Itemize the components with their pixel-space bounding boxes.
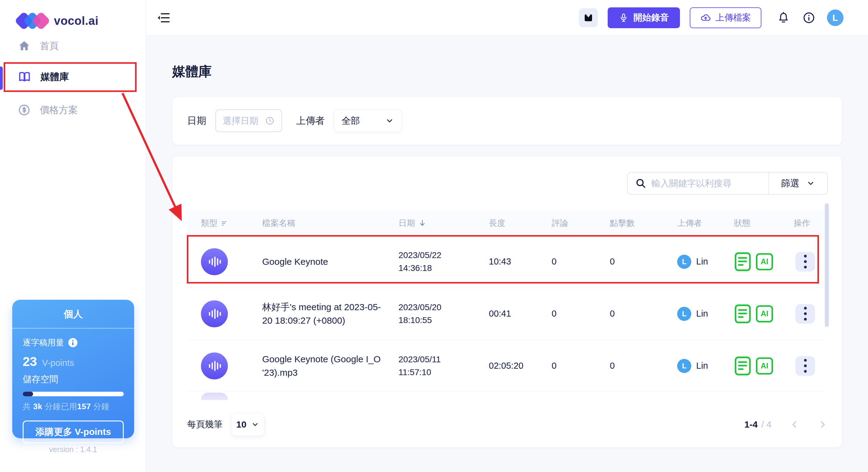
file-length: 02:05:20 <box>489 361 552 371</box>
chevron-left-icon <box>789 419 800 430</box>
arrow-down-icon <box>418 219 427 228</box>
file-name: Google Keynote <box>262 255 388 268</box>
start-recording-button[interactable]: 開始錄音 <box>608 7 680 28</box>
column-header-status: 狀態 <box>734 217 794 229</box>
uploader-name: Lin <box>696 361 708 371</box>
column-header-filename: 檔案名稱 <box>262 217 399 229</box>
per-page-select[interactable]: 10 <box>231 413 264 436</box>
comment-count: 0 <box>552 361 610 371</box>
topbar: 開始錄音 上傳檔案 <box>146 0 868 35</box>
uploader-filter-label: 上傳者 <box>296 114 325 127</box>
dollar-icon <box>18 104 31 116</box>
pagination-prev-button[interactable] <box>789 419 800 430</box>
uploader-cell: L Lin <box>677 307 734 321</box>
row-actions-kebab-button[interactable] <box>796 304 815 324</box>
status-cell: AI <box>734 252 794 271</box>
microphone-icon <box>619 13 628 23</box>
partial-next-row-icon <box>201 393 228 400</box>
plan-card: 個人 逐字稿用量 23 V-points 儲存空間 共 3k 分鐘已用157 分… <box>12 300 134 438</box>
ai-icon[interactable]: AI <box>756 305 773 322</box>
comment-count: 0 <box>552 308 610 319</box>
filter-dropdown-label: 篩選 <box>781 177 799 190</box>
sidebar-item-media-library[interactable]: 媒體庫 <box>18 70 69 84</box>
row-actions-kebab-button[interactable] <box>796 252 815 271</box>
cloud-upload-icon <box>700 12 711 23</box>
storage-caption: 共 3k 分鐘已用157 分鐘 <box>23 401 124 412</box>
file-date: 2023/05/2214:36:18 <box>399 249 489 275</box>
table-row[interactable]: Google Keynote (Google I_O '23).mp3 2023… <box>187 340 824 392</box>
click-count: 0 <box>610 308 677 319</box>
help-info-button[interactable] <box>802 11 815 24</box>
comment-count: 0 <box>552 257 610 267</box>
bell-icon <box>777 11 790 25</box>
ai-icon[interactable]: AI <box>756 253 773 270</box>
date-picker-field[interactable] <box>215 110 282 132</box>
column-header-uploader: 上傳者 <box>677 217 734 229</box>
table-header-row: 類型 檔案名稱 日期 長度 評論 點擊數 上傳者 狀態 操作 <box>187 211 824 236</box>
pagination-next-button[interactable] <box>817 419 828 430</box>
storage-label: 儲存空間 <box>23 373 124 386</box>
sort-icon <box>220 219 228 227</box>
click-count: 0 <box>610 257 677 267</box>
book-icon <box>18 70 31 84</box>
sidebar-item-label: 媒體庫 <box>40 70 69 83</box>
user-avatar[interactable]: L <box>827 9 843 26</box>
date-picker-input[interactable] <box>223 116 262 126</box>
brand-logo-icon <box>17 14 48 28</box>
column-header-date[interactable]: 日期 <box>399 217 489 229</box>
file-date: 2023/05/1111:57:10 <box>399 353 489 379</box>
status-cell: AI <box>734 304 794 324</box>
file-length: 10:43 <box>489 257 552 267</box>
sidebar-item-pricing[interactable]: 價格方案 <box>18 104 78 116</box>
uploader-name: Lin <box>696 308 708 319</box>
sidebar-item-label: 首頁 <box>40 39 59 52</box>
uploader-filter-select[interactable]: 全部 <box>334 110 402 132</box>
brand-logo[interactable]: vocol.ai <box>17 14 99 28</box>
sidebar-item-home[interactable]: 首頁 <box>18 39 59 52</box>
start-recording-label: 開始錄音 <box>633 12 669 24</box>
app-window: vocol.ai 首頁 媒體庫 價格方案 個人 <box>0 0 868 472</box>
filter-dropdown[interactable]: 篩選 <box>769 177 827 190</box>
usage-info-icon[interactable] <box>68 338 78 347</box>
audio-waveform-icon <box>201 352 228 379</box>
table-scrollbar-thumb[interactable] <box>825 203 829 327</box>
points-unit: V-points <box>42 358 74 368</box>
page-title: 媒體庫 <box>172 63 212 81</box>
transcript-icon[interactable] <box>734 304 752 324</box>
search-input[interactable] <box>651 178 769 188</box>
row-actions-kebab-button[interactable] <box>796 356 815 376</box>
points-value: 23 <box>23 354 37 369</box>
uploader-name: Lin <box>696 257 708 267</box>
notifications-button[interactable] <box>777 11 790 25</box>
table-row[interactable]: Google Keynote 2023/05/2214:36:18 10:43 … <box>187 236 824 288</box>
sidebar-active-indicator <box>0 66 3 90</box>
table-row[interactable]: 林好手's meeting at 2023-05-20 18:09:27 (+0… <box>187 288 824 340</box>
upload-file-label: 上傳檔案 <box>715 12 751 24</box>
chevron-down-icon <box>806 179 815 188</box>
file-name: 林好手's meeting at 2023-05-20 18:09:27 (+0… <box>262 300 388 327</box>
transcript-icon[interactable] <box>734 252 752 271</box>
plan-divider <box>12 328 134 329</box>
audio-waveform-icon <box>201 248 228 275</box>
status-cell: AI <box>734 356 794 376</box>
uploader-avatar: L <box>677 255 691 269</box>
info-icon <box>802 11 815 24</box>
sidebar: vocol.ai 首頁 媒體庫 價格方案 個人 <box>0 0 146 472</box>
chevron-right-icon <box>817 419 828 430</box>
collapse-sidebar-button[interactable] <box>156 10 172 26</box>
media-table-card: 篩選 類型 檔案名稱 日期 長度 評論 點擊數 <box>172 156 842 447</box>
buy-vpoints-button[interactable]: 添購更多 V-points <box>23 420 124 443</box>
inbox-tray-icon <box>583 12 594 23</box>
usage-label: 逐字稿用量 <box>23 337 64 348</box>
column-header-type[interactable]: 類型 <box>201 217 262 229</box>
chevron-down-icon <box>251 420 259 429</box>
uploader-filter-value: 全部 <box>341 115 360 127</box>
table-body: Google Keynote 2023/05/2214:36:18 10:43 … <box>187 236 824 392</box>
transcript-icon[interactable] <box>734 356 752 376</box>
ai-icon[interactable]: AI <box>756 357 773 375</box>
brand-logo-text: vocol.ai <box>54 14 99 28</box>
storage-progress-fill <box>23 392 33 396</box>
upload-file-button[interactable]: 上傳檔案 <box>690 7 762 28</box>
file-name: Google Keynote (Google I_O '23).mp3 <box>262 352 388 379</box>
inbox-tray-button[interactable] <box>579 8 598 27</box>
